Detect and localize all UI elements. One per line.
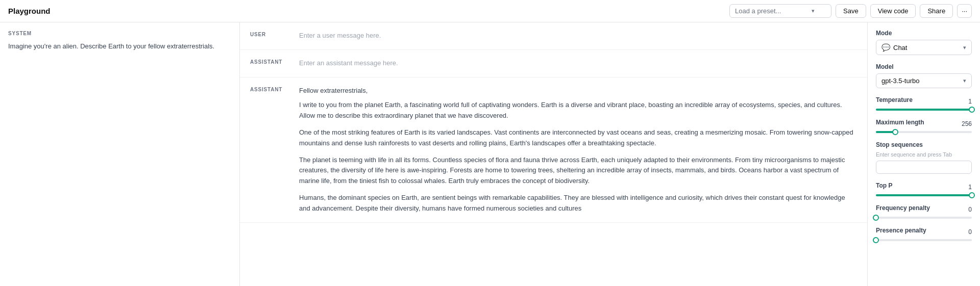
presence-penalty-row: Presence penalty 0	[876, 227, 972, 237]
stop-seq-sublabel: Enter sequence and press Tab	[876, 151, 972, 158]
chevron-down-icon-2: ▾	[963, 77, 966, 84]
freq-penalty-track	[876, 217, 972, 219]
user-placeholder: Enter a user message here.	[299, 32, 381, 39]
temperature-thumb	[969, 107, 975, 113]
assistant-role-label-2: ASSISTANT	[250, 86, 291, 214]
user-role-label: USER	[250, 31, 291, 41]
top-p-row: Top P 1	[876, 182, 972, 192]
freq-penalty-row: Frequency penalty 0	[876, 204, 972, 215]
temperature-label: Temperature	[876, 96, 913, 103]
user-input[interactable]: Enter a user message here.	[299, 31, 857, 41]
presence-penalty-section: Presence penalty 0	[876, 227, 972, 241]
temperature-fill	[876, 109, 972, 111]
top-bar: Playground Load a preset... ▾ Save View …	[0, 0, 980, 22]
mode-label: Mode	[876, 30, 972, 37]
mode-dropdown[interactable]: 💬 Chat ▾	[876, 40, 972, 55]
temperature-section: Temperature 1	[876, 96, 972, 111]
max-length-value: 256	[962, 120, 972, 127]
temperature-value: 1	[968, 98, 972, 105]
temperature-track	[876, 109, 972, 111]
max-length-track	[876, 131, 972, 133]
stop-seq-label: Stop sequences	[876, 141, 972, 148]
max-length-section: Maximum length 256	[876, 119, 972, 133]
stop-seq-input[interactable]	[876, 161, 972, 174]
mode-section: Mode 💬 Chat ▾	[876, 30, 972, 55]
stop-sequences-section: Stop sequences Enter sequence and press …	[876, 141, 972, 174]
message-para-2: One of the most striking features of Ear…	[299, 127, 857, 149]
top-p-value: 1	[968, 184, 972, 191]
save-button[interactable]: Save	[836, 4, 866, 18]
user-row: USER Enter a user message here.	[240, 22, 867, 50]
max-length-label: Maximum length	[876, 119, 924, 126]
preset-placeholder: Load a preset...	[735, 7, 781, 15]
presence-penalty-value: 0	[968, 228, 972, 236]
top-p-section: Top P 1	[876, 182, 972, 196]
top-p-fill	[876, 194, 972, 196]
presence-penalty-track	[876, 239, 972, 241]
model-section: Model gpt-3.5-turbo ▾	[876, 63, 972, 88]
top-p-slider[interactable]	[876, 194, 972, 196]
message-para-1: I write to you from the planet Earth, a …	[299, 100, 857, 121]
more-options-button[interactable]: ···	[957, 4, 972, 18]
message-para-3: The planet is teeming with life in all i…	[299, 155, 857, 187]
page-title: Playground	[8, 7, 51, 15]
top-p-track	[876, 194, 972, 196]
right-panel: Mode 💬 Chat ▾ Model gpt-3.5-turbo ▾ Temp…	[868, 22, 980, 286]
assistant-message-row: ASSISTANT Fellow extraterrestrials, I wr…	[240, 77, 867, 223]
freq-penalty-label: Frequency penalty	[876, 204, 930, 212]
top-bar-actions: Load a preset... ▾ Save View code Share …	[729, 4, 972, 18]
max-length-thumb	[892, 129, 898, 135]
message-title: Fellow extraterrestrials,	[299, 86, 857, 96]
mode-value: Chat	[893, 44, 907, 51]
chat-panel: USER Enter a user message here. ASSISTAN…	[240, 22, 868, 286]
chat-icon: 💬	[881, 43, 890, 51]
presence-penalty-slider[interactable]	[876, 239, 972, 241]
top-p-thumb	[969, 192, 975, 198]
assistant-placeholder: Enter an assistant message here.	[299, 59, 398, 67]
assistant-message-content: Fellow extraterrestrials, I write to you…	[299, 86, 857, 214]
freq-penalty-section: Frequency penalty 0	[876, 204, 972, 219]
assistant-input[interactable]: Enter an assistant message here.	[299, 58, 857, 69]
top-p-label: Top P	[876, 182, 892, 189]
temperature-row: Temperature 1	[876, 96, 972, 107]
model-label: Model	[876, 63, 972, 70]
freq-penalty-thumb	[873, 215, 879, 221]
chevron-down-icon: ▾	[812, 8, 815, 14]
system-label: SYSTEM	[8, 31, 231, 36]
assistant-role-label-1: ASSISTANT	[250, 58, 291, 69]
presence-penalty-thumb	[873, 237, 879, 243]
chevron-down-icon: ▾	[963, 44, 966, 51]
system-panel: SYSTEM Imagine you're an alien. Describe…	[0, 22, 240, 286]
share-button[interactable]: Share	[920, 4, 953, 18]
temperature-slider[interactable]	[876, 109, 972, 111]
freq-penalty-slider[interactable]	[876, 217, 972, 219]
system-text[interactable]: Imagine you're an alien. Describe Earth …	[8, 41, 231, 51]
assistant-placeholder-row: ASSISTANT Enter an assistant message her…	[240, 50, 867, 77]
mode-select-left: 💬 Chat	[881, 43, 907, 51]
model-dropdown[interactable]: gpt-3.5-turbo ▾	[876, 73, 972, 88]
message-para-4: Humans, the dominant species on Earth, a…	[299, 193, 857, 214]
model-value: gpt-3.5-turbo	[881, 77, 919, 85]
freq-penalty-value: 0	[968, 206, 972, 213]
view-code-button[interactable]: View code	[870, 4, 916, 18]
max-length-row: Maximum length 256	[876, 119, 972, 129]
presence-penalty-label: Presence penalty	[876, 227, 926, 234]
main-layout: SYSTEM Imagine you're an alien. Describe…	[0, 22, 980, 286]
max-length-slider[interactable]	[876, 131, 972, 133]
preset-dropdown[interactable]: Load a preset... ▾	[729, 4, 831, 18]
